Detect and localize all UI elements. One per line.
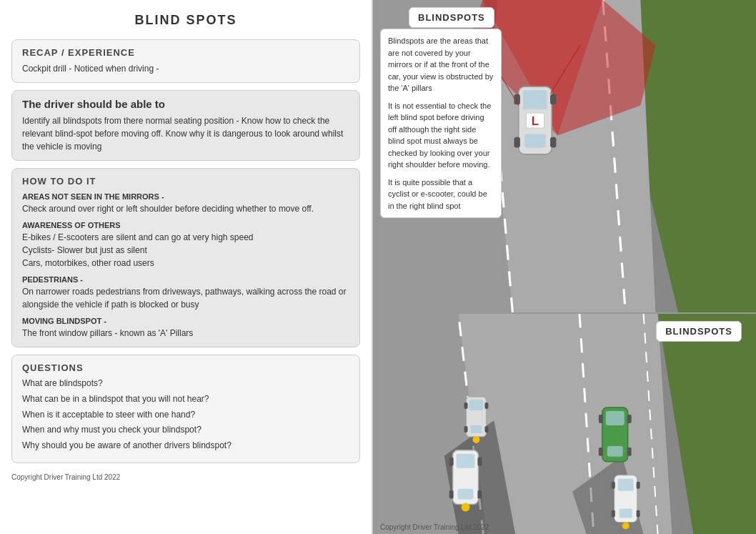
svg-rect-11 xyxy=(524,134,545,147)
svg-rect-34 xyxy=(449,490,454,499)
svg-rect-16 xyxy=(514,137,519,148)
description-para3: It is quite possible that a cyclist or e… xyxy=(388,177,494,212)
top-road-diagram: L BLINDSPOTS Blindspots are the areas th… xyxy=(373,0,756,312)
svg-point-36 xyxy=(462,503,470,512)
svg-rect-15 xyxy=(550,94,556,105)
svg-rect-39 xyxy=(470,425,482,433)
pedestrians-body: On narrower roads pedestrians from drive… xyxy=(22,285,349,311)
recap-heading: RECAP / EXPERIENCE xyxy=(22,47,349,58)
page-title: BLIND SPOTS xyxy=(11,9,360,32)
svg-rect-50 xyxy=(599,448,603,456)
how-section: HOW TO DO IT AREAS NOT SEEN IN THE MIRRO… xyxy=(11,168,360,347)
question-4: When and why must you check your blindsp… xyxy=(22,424,349,436)
how-heading: HOW TO DO IT xyxy=(22,176,349,187)
right-top-title: BLINDSPOTS xyxy=(409,7,494,28)
svg-rect-10 xyxy=(523,90,547,109)
svg-rect-56 xyxy=(637,482,640,489)
right-bottom-title: BLINDSPOTS xyxy=(656,321,742,342)
svg-point-44 xyxy=(472,436,479,443)
svg-rect-31 xyxy=(458,489,474,500)
svg-rect-53 xyxy=(618,479,634,491)
driver-body: Identify all blindspots from there norma… xyxy=(22,114,349,153)
svg-rect-54 xyxy=(620,509,632,518)
svg-rect-58 xyxy=(637,510,640,518)
copyright-right: Copyright Driver Training Ltd 2022 xyxy=(380,523,489,531)
questions-section: QUESTIONS What are blindspots? What can … xyxy=(11,355,360,463)
svg-rect-40 xyxy=(464,402,468,409)
areas-body: Check around over right or left shoulder… xyxy=(22,202,349,215)
question-3: When is it acceptable to steer with one … xyxy=(22,409,349,421)
questions-heading: QUESTIONS xyxy=(22,362,349,373)
svg-rect-51 xyxy=(627,448,632,456)
awareness-label: AWARENESS OF OTHERS xyxy=(22,221,349,229)
recap-section: RECAP / EXPERIENCE Cockpit drill - Notic… xyxy=(11,39,360,83)
svg-rect-55 xyxy=(612,482,615,489)
svg-rect-57 xyxy=(612,510,615,518)
svg-rect-30 xyxy=(457,454,475,468)
svg-rect-42 xyxy=(464,426,468,432)
item3: Cars, motorbikes, other road users xyxy=(22,257,349,270)
recap-body: Cockpit drill - Noticed when driving - xyxy=(22,62,349,75)
driver-heading: The driver should be able to xyxy=(22,98,349,110)
svg-point-59 xyxy=(622,522,630,529)
svg-rect-32 xyxy=(449,458,454,466)
pedestrians-label: PEDESTRIANS - xyxy=(22,275,349,284)
item1: E-bikes / E-scooters are silent and can … xyxy=(22,231,349,244)
copyright-left: Copyright Driver Training Ltd 2022 xyxy=(11,470,360,481)
svg-rect-49 xyxy=(627,415,632,423)
moving-body: The front window pillars - known as 'A' … xyxy=(22,327,349,340)
svg-rect-33 xyxy=(477,458,482,466)
svg-text:L: L xyxy=(532,114,539,128)
svg-rect-41 xyxy=(484,402,488,409)
svg-rect-17 xyxy=(550,137,556,148)
driver-section: The driver should be able to Identify al… xyxy=(11,90,360,161)
areas-label: AREAS NOT SEEN IN THE MIRRORS - xyxy=(22,192,349,201)
left-panel: BLIND SPOTS RECAP / EXPERIENCE Cockpit d… xyxy=(0,0,372,534)
svg-rect-46 xyxy=(606,411,625,425)
svg-rect-38 xyxy=(469,400,483,410)
moving-label: MOVING BLINDSPOT - xyxy=(22,317,349,325)
svg-rect-35 xyxy=(477,490,482,499)
svg-rect-47 xyxy=(607,446,623,457)
question-1: What are blindspots? xyxy=(22,377,349,390)
svg-rect-43 xyxy=(484,426,488,432)
bottom-road-diagram: BLINDSPOTS Copyright Driver Training Ltd… xyxy=(373,312,756,534)
item2: Cyclists- Slower but just as silent xyxy=(22,244,349,257)
question-5: Why should you be aware of another drive… xyxy=(22,440,349,452)
right-panel: L BLINDSPOTS Blindspots are the areas th… xyxy=(373,0,756,534)
svg-rect-48 xyxy=(599,415,603,423)
question-2: What can be in a blindspot that you will… xyxy=(22,393,349,405)
description-para2: It is not essential to check the left bl… xyxy=(388,100,494,171)
bottom-road-svg xyxy=(373,314,756,534)
description-para1: Blindspots are the areas that are not co… xyxy=(388,35,494,94)
blindspots-description-box: Blindspots are the areas that are not co… xyxy=(380,29,502,218)
